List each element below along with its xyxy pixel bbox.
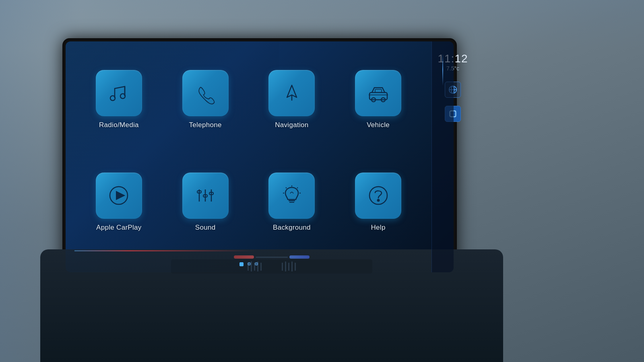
svg-point-26: [377, 200, 379, 202]
screen-content: Radio/Media Telephone: [66, 41, 431, 272]
compass-arrow-icon: [280, 81, 304, 105]
sliders-icon: [193, 183, 217, 208]
sidebar-line: [442, 53, 443, 86]
app-item-navigation[interactable]: Navigation: [255, 70, 329, 129]
app-icon-box-radio-media[interactable]: [96, 70, 142, 116]
pagination: [239, 262, 258, 266]
app-label-carplay: Apple CarPlay: [96, 224, 142, 232]
app-item-radio-media[interactable]: Radio/Media: [82, 70, 156, 129]
infotainment-screen: Radio/Media Telephone: [66, 41, 454, 272]
app-label-sound: Sound: [195, 224, 216, 232]
screen-bezel: Radio/Media Telephone: [62, 38, 457, 276]
pagination-dot-2[interactable]: [248, 262, 251, 265]
phone-icon: [193, 81, 217, 105]
pagination-dot-1[interactable]: [239, 262, 244, 266]
play-circle-icon: [107, 183, 131, 208]
svg-line-22: [297, 187, 298, 188]
app-label-vehicle: Vehicle: [367, 121, 390, 129]
app-icon-box-background[interactable]: [268, 173, 315, 219]
app-icon-box-vehicle[interactable]: [355, 70, 401, 116]
lightbulb-icon: [280, 183, 304, 208]
pagination-dot-3[interactable]: [255, 262, 258, 265]
app-icon-box-navigation[interactable]: [268, 70, 315, 116]
screen-sidebar: [431, 41, 454, 272]
app-item-telephone[interactable]: Telephone: [168, 70, 243, 129]
app-label-background: Background: [273, 224, 311, 232]
app-icon-box-telephone[interactable]: [182, 70, 229, 116]
app-item-background[interactable]: Background: [255, 173, 329, 232]
car-icon: [366, 81, 390, 105]
app-label-navigation: Navigation: [275, 121, 308, 129]
app-icon-box-help[interactable]: [355, 173, 401, 219]
app-icon-box-carplay[interactable]: [96, 173, 142, 219]
question-circle-icon: [366, 183, 390, 208]
app-label-help: Help: [371, 224, 386, 232]
app-item-carplay[interactable]: Apple CarPlay: [82, 173, 156, 232]
app-item-sound[interactable]: Sound: [168, 173, 243, 232]
app-icon-box-sound[interactable]: [182, 173, 229, 219]
svg-marker-11: [116, 191, 124, 200]
app-item-help[interactable]: Help: [341, 173, 415, 232]
app-item-vehicle[interactable]: Vehicle: [341, 70, 415, 129]
app-label-radio-media: Radio/Media: [99, 121, 139, 129]
scene: Radio/Media Telephone: [0, 0, 644, 362]
svg-line-21: [286, 187, 287, 188]
app-grid: Radio/Media Telephone: [82, 53, 415, 248]
music-note-icon: [107, 81, 131, 105]
app-label-telephone: Telephone: [189, 121, 222, 129]
